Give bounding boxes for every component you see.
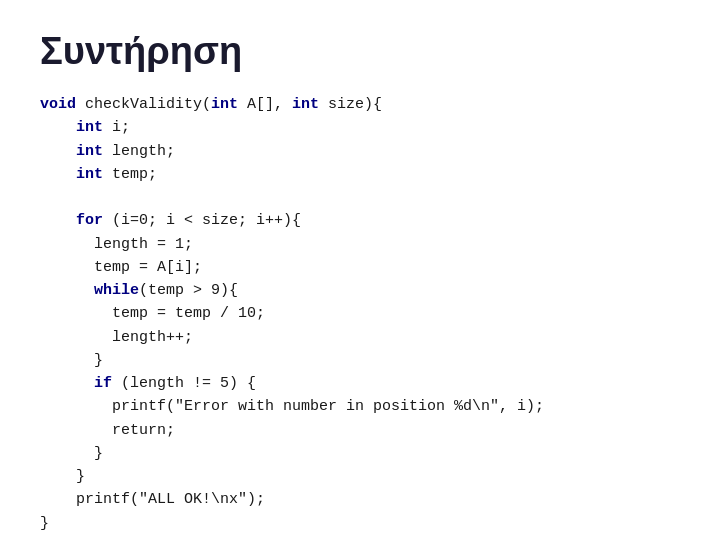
slide: Συντήρηση void checkValidity(int A[], in… [0,0,720,540]
slide-title: Συντήρηση [40,30,680,73]
code-block: void checkValidity(int A[], int size){ i… [40,93,680,535]
